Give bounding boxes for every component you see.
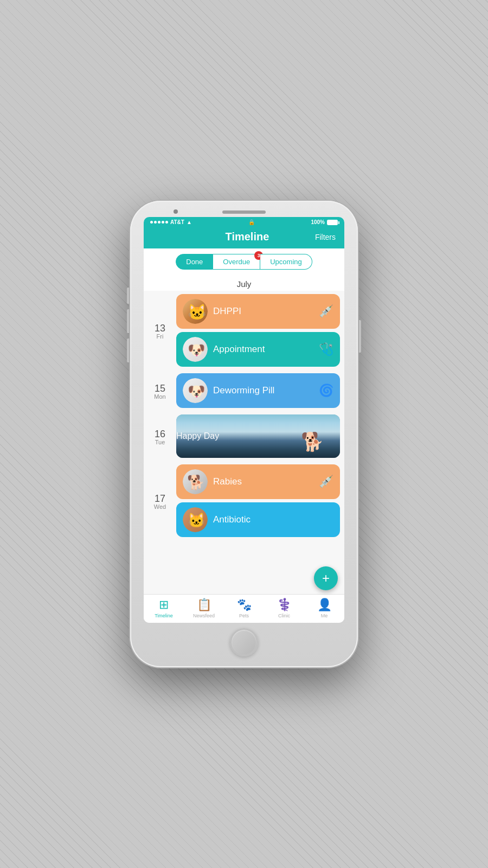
tab-label-pets: Pets <box>239 613 249 618</box>
timeline-section-16: 16 Tue 🐕 Happy Day <box>144 411 344 461</box>
date-day-17: Wed <box>154 503 166 510</box>
date-col-16: 16 Tue <box>148 414 172 458</box>
status-left: AT&T ▲ <box>150 219 192 225</box>
status-bar: AT&T ▲ 🔒 100% <box>144 217 344 227</box>
avatar-antibiotic <box>183 507 208 532</box>
date-num-16: 16 <box>155 429 165 439</box>
power-button[interactable] <box>359 320 361 353</box>
event-card-appointment[interactable]: Appointment 🩺 <box>176 332 340 367</box>
tab-item-me[interactable]: 👤 Me <box>310 598 338 618</box>
tab-item-clinic[interactable]: ⚕️ Clinic <box>270 598 298 618</box>
timeline-section-17: 17 Wed Rabies 💉 <box>144 461 344 540</box>
app-header: Timeline Filters <box>144 227 344 248</box>
home-button[interactable] <box>230 628 258 656</box>
month-label: July <box>144 275 344 291</box>
cat-avatar-icon <box>183 299 208 324</box>
avatar-deworming <box>183 378 208 403</box>
camera-dot <box>174 209 178 214</box>
dog-avatar-icon <box>183 337 208 362</box>
tab-item-pets[interactable]: 🐾 Pets <box>230 598 258 618</box>
event-label-appointment: Appointment <box>208 344 319 355</box>
dog-white-avatar-icon <box>183 378 208 403</box>
timeline-section-13: 13 Fri DHPPI 💉 <box>144 291 344 370</box>
battery-pct-label: 100% <box>311 219 325 225</box>
tab-item-timeline[interactable]: ⊞ Timeline <box>150 598 178 618</box>
tab-item-newsfeed[interactable]: 📋 Newsfeed <box>190 598 218 618</box>
tab-done[interactable]: Done <box>176 254 213 270</box>
segment-tabs: Done Overdue 3 Upcoming <box>144 248 344 275</box>
stethoscope-icon: 🩺 <box>319 342 333 356</box>
event-label-antibiotic: Antibiotic <box>208 514 333 525</box>
cards-col-16: 🐕 Happy Day <box>176 414 340 458</box>
volume-down-button[interactable] <box>127 339 129 362</box>
avatar-dhppi <box>183 299 208 324</box>
wifi-icon: ▲ <box>187 219 192 225</box>
date-num-15: 15 <box>155 384 165 393</box>
event-card-happyday[interactable]: 🐕 Happy Day <box>176 414 340 458</box>
speaker <box>222 210 266 214</box>
event-card-dhppi[interactable]: DHPPI 💉 <box>176 294 340 329</box>
tab-label-me: Me <box>321 613 328 618</box>
date-col-15: 15 Mon <box>148 373 172 408</box>
me-icon: 👤 <box>317 598 332 612</box>
bottom-tab-bar: ⊞ Timeline 📋 Newsfeed 🐾 Pets ⚕️ Clinic 👤 <box>144 594 344 623</box>
date-col-17: 17 Wed <box>148 464 172 537</box>
date-day-15: Mon <box>154 393 165 400</box>
phone-top-bar <box>136 208 352 217</box>
tab-label-newsfeed: Newsfeed <box>193 613 215 618</box>
tab-label-clinic: Clinic <box>278 613 290 618</box>
event-label-deworming: Deworming Pill <box>208 385 319 396</box>
timeline-list: July 13 Fri DHPPI 💉 <box>144 275 344 594</box>
lock-icon: 🔒 <box>248 219 255 225</box>
date-num-17: 17 <box>155 494 165 503</box>
event-label-dhppi: DHPPI <box>208 306 319 317</box>
page-title: Timeline <box>179 231 315 243</box>
pill-icon: 🌀 <box>319 384 333 398</box>
tab-label-timeline: Timeline <box>155 613 173 618</box>
battery-icon <box>327 220 338 225</box>
event-label-rabies: Rabies <box>208 476 319 487</box>
dog-silhouette-icon: 🐕 <box>301 431 324 452</box>
volume-up-button[interactable] <box>127 309 129 333</box>
timeline-section-15: 15 Mon Deworming Pill 🌀 <box>144 370 344 411</box>
date-day-13: Fri <box>157 333 164 340</box>
syringe-icon-rabies: 💉 <box>319 475 333 489</box>
phone-frame: AT&T ▲ 🔒 100% Timeline Filters D <box>130 201 358 667</box>
event-label-happyday: Happy Day <box>176 431 219 441</box>
tabby-avatar-icon <box>183 507 208 532</box>
event-card-antibiotic[interactable]: Antibiotic <box>176 502 340 537</box>
cards-col-15: Deworming Pill 🌀 <box>176 373 340 408</box>
clinic-icon: ⚕️ <box>277 598 292 612</box>
add-event-fab[interactable]: + <box>314 566 338 590</box>
signal-icon <box>150 221 168 224</box>
newsfeed-icon: 📋 <box>197 598 211 612</box>
avatar-appointment <box>183 337 208 362</box>
avatar-rabies <box>183 469 208 494</box>
status-right: 100% <box>311 219 338 225</box>
event-card-deworming[interactable]: Deworming Pill 🌀 <box>176 373 340 408</box>
cards-col-17: Rabies 💉 Antibiotic <box>176 464 340 537</box>
date-num-13: 13 <box>155 323 165 333</box>
carrier-label: AT&T <box>170 219 184 225</box>
tab-overdue[interactable]: Overdue 3 <box>213 254 260 270</box>
phone-screen: AT&T ▲ 🔒 100% Timeline Filters D <box>144 217 344 623</box>
filters-button[interactable]: Filters <box>315 233 336 241</box>
timeline-icon: ⊞ <box>159 598 169 612</box>
event-card-rabies[interactable]: Rabies 💉 <box>176 464 340 499</box>
volume-mute-button[interactable] <box>127 288 129 304</box>
date-day-16: Tue <box>155 439 165 445</box>
dog-bw-avatar-icon <box>183 469 208 494</box>
syringe-icon-dhppi: 💉 <box>319 304 333 318</box>
cards-col-13: DHPPI 💉 Appointment 🩺 <box>176 294 340 367</box>
date-col-13: 13 Fri <box>148 294 172 367</box>
pets-icon: 🐾 <box>237 598 252 612</box>
tab-upcoming[interactable]: Upcoming <box>260 254 312 270</box>
